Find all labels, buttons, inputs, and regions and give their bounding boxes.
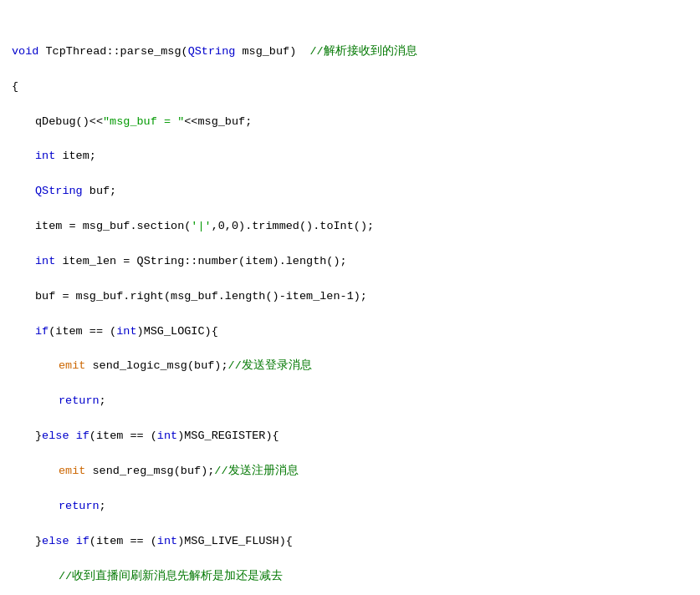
line-4: int item; [12,148,688,165]
code-block: void TcpThread::parse_msg(QString msg_bu… [12,8,688,595]
line-5: QString buf; [12,183,688,201]
line-2: { [12,79,688,96]
line-12: }else if(item == (int)MSG_REGISTER){ [12,428,688,445]
line-14: return; [12,498,688,516]
line-10: emit send_logic_msg(buf);//发送登录消息 [12,358,688,375]
line-1: void TcpThread::parse_msg(QString msg_bu… [12,43,688,61]
line-6: item = msg_buf.section('|',0,0).trimmed(… [12,218,688,236]
code-container: void TcpThread::parse_msg(QString msg_bu… [12,8,688,595]
line-16: //收到直播间刷新消息先解析是加还是减去 [12,568,688,586]
line-9: if(item == (int)MSG_LOGIC){ [12,323,688,341]
line-11: return; [12,393,688,410]
line-13: emit send_reg_msg(buf);//发送注册消息 [12,463,688,481]
line-3: qDebug()<<"msg_buf = "<<msg_buf; [12,114,688,131]
line-8: buf = msg_buf.right(msg_buf.length()-ite… [12,288,688,306]
line-15: }else if(item == (int)MSG_LIVE_FLUSH){ [12,533,688,551]
line-7: int item_len = QString::number(item).len… [12,253,688,271]
